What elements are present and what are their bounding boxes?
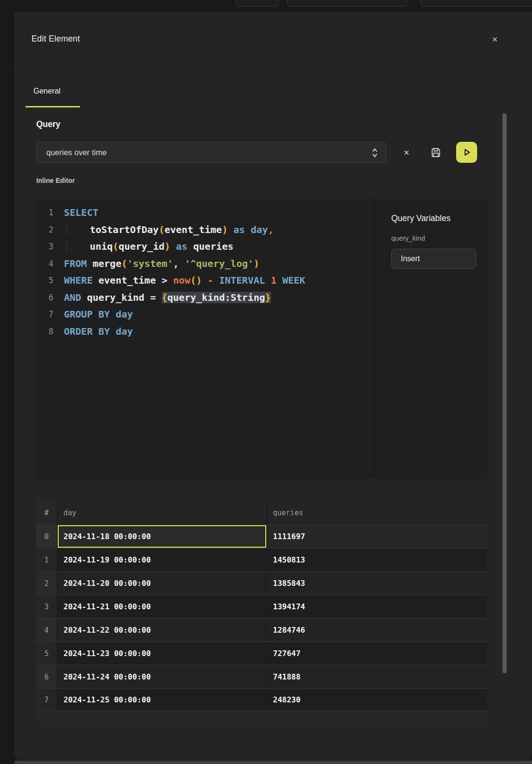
cell-day[interactable]: 2024-11-24 00:00:00	[58, 666, 267, 688]
table-row: 72024-11-25 00:00:00248230	[36, 688, 487, 711]
table-row: 42024-11-22 00:00:001284746	[36, 618, 487, 641]
table-row: 62024-11-24 00:00:00741888	[36, 665, 487, 688]
sql-editor[interactable]: 1SELECT2 toStartOfDay(event_time) as day…	[36, 199, 374, 479]
cell-queries[interactable]: 741888	[267, 666, 487, 688]
table-row: 12024-11-19 00:00:001450813	[36, 548, 487, 571]
row-index: 2	[36, 572, 58, 594]
cell-queries[interactable]: 1284746	[267, 619, 487, 641]
cell-queries[interactable]: 1111697	[267, 525, 487, 548]
background-app-button	[287, 0, 407, 7]
run-query-button[interactable]	[456, 142, 477, 163]
modal-vertical-scrollbar[interactable]	[502, 113, 507, 673]
edit-element-modal: Edit Element ✕ General Query queries ove…	[14, 11, 532, 760]
row-index: 4	[36, 619, 58, 641]
chevron-updown-icon	[371, 148, 378, 160]
cell-queries[interactable]: 1385843	[267, 572, 487, 594]
table-scroll-gutter	[36, 711, 487, 726]
line-number: 5	[36, 272, 53, 289]
query-variables-panel: Query Variables query_kindInsert	[374, 199, 487, 479]
save-icon[interactable]	[429, 146, 442, 159]
cell-day[interactable]: 2024-11-22 00:00:00	[58, 619, 267, 641]
results-table: #dayqueries02024-11-18 00:00:00111169712…	[36, 500, 487, 711]
modal-title: Edit Element	[31, 34, 80, 44]
close-icon[interactable]: ✕	[489, 33, 501, 46]
cell-day[interactable]: 2024-11-23 00:00:00	[58, 642, 267, 665]
line-number: 7	[36, 306, 53, 323]
cell-day[interactable]: 2024-11-20 00:00:00	[58, 572, 267, 594]
query-section-heading: Query	[36, 119, 61, 129]
clear-query-icon[interactable]: ✕	[400, 147, 413, 159]
cell-queries[interactable]: 1450813	[267, 549, 487, 571]
query-select-value: queries over time	[46, 148, 107, 157]
code-line: 3 uniq(query_id) as queries	[36, 238, 374, 255]
cell-day[interactable]: 2024-11-25 00:00:00	[58, 689, 267, 711]
editor-area: 1SELECT2 toStartOfDay(event_time) as day…	[36, 199, 487, 479]
background-app-button	[420, 0, 532, 7]
column-header-index: #	[36, 501, 58, 524]
row-index: 1	[36, 549, 58, 571]
row-index: 6	[36, 666, 58, 688]
table-row: 22024-11-20 00:00:001385843	[36, 571, 487, 594]
variable-name: query_kind	[391, 234, 478, 242]
line-number: 3	[36, 238, 53, 255]
cell-day[interactable]: 2024-11-18 00:00:00	[58, 525, 267, 548]
code-line: 1SELECT	[36, 204, 374, 222]
line-number: 4	[36, 255, 53, 273]
cell-queries[interactable]: 1394174	[267, 595, 487, 618]
line-number: 8	[36, 323, 53, 340]
query-select[interactable]: queries over time	[36, 142, 386, 163]
page-horizontal-scrollbar[interactable]	[14, 761, 532, 764]
table-row: 02024-11-18 00:00:001111697	[36, 524, 487, 548]
inline-editor-label: Inline Editor	[36, 177, 75, 184]
row-index: 7	[36, 689, 58, 711]
table-row: 32024-11-21 00:00:001394174	[36, 594, 487, 618]
row-index: 0	[36, 525, 58, 548]
query-variables-title: Query Variables	[391, 213, 478, 223]
table-row: 52024-11-23 00:00:00727647	[36, 641, 487, 665]
header-divider	[14, 69, 532, 70]
cell-day[interactable]: 2024-11-21 00:00:00	[58, 595, 267, 618]
code-line: 4FROM merge('system', '^query_log')	[36, 255, 374, 273]
cell-day[interactable]: 2024-11-19 00:00:00	[58, 549, 267, 571]
code-line: 6AND query_kind = {query_kind:String}	[36, 289, 374, 307]
column-header-day: day	[58, 501, 267, 524]
column-header-queries: queries	[267, 501, 487, 524]
row-index: 3	[36, 595, 58, 618]
insert-variable-button[interactable]: Insert	[391, 249, 476, 269]
cell-queries[interactable]: 727647	[267, 642, 487, 665]
active-tab-underline	[25, 106, 80, 107]
tab-general[interactable]: General	[33, 87, 61, 96]
line-number: 1	[36, 204, 53, 222]
code-line: 5WHERE event_time > now() - INTERVAL 1 W…	[36, 272, 374, 289]
screen: Edit Element ✕ General Query queries ove…	[0, 0, 532, 764]
cell-queries[interactable]: 248230	[267, 689, 487, 711]
line-number: 2	[36, 222, 53, 239]
code-line: 2 toStartOfDay(event_time) as day,	[36, 222, 374, 239]
line-number: 6	[36, 289, 53, 307]
code-line: 8ORDER BY day	[36, 323, 374, 340]
code-line: 7GROUP BY day	[36, 306, 374, 323]
row-index: 5	[36, 642, 58, 665]
background-app-button	[236, 0, 279, 7]
table-header-row: #dayqueries	[36, 500, 487, 524]
